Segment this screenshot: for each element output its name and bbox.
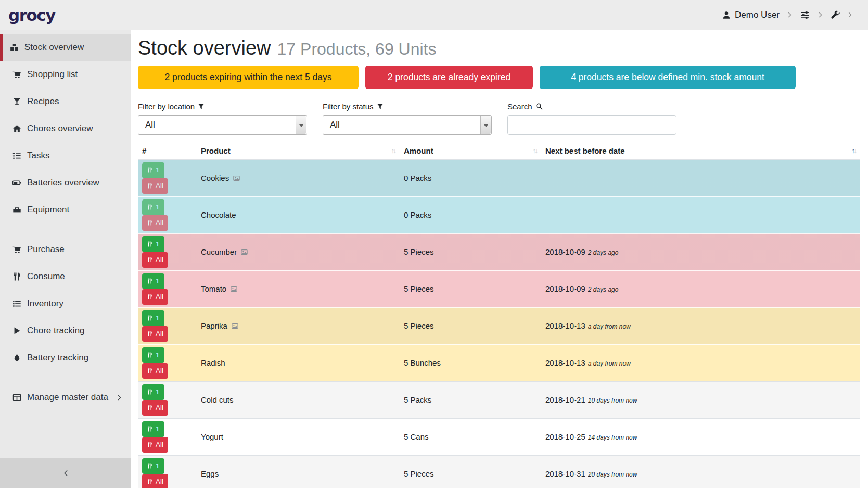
consume-all-button[interactable]: All: [142, 178, 168, 194]
consume-one-button[interactable]: 1: [142, 162, 164, 178]
consume-one-label: 1: [156, 277, 160, 285]
sidebar-item-recipes[interactable]: Recipes: [0, 88, 131, 115]
actions-cell: 1All: [138, 270, 197, 307]
product-name[interactable]: Cucumber: [201, 247, 237, 256]
date-cell: 2018-10-2110 days from now: [541, 381, 860, 418]
sort-icon[interactable]: ↑↓: [391, 147, 397, 155]
product-name[interactable]: Eggs: [201, 469, 219, 478]
sidebar-item-batteries-overview[interactable]: Batteries overview: [0, 169, 131, 196]
sidebar-item-chores-overview[interactable]: Chores overview: [0, 115, 131, 142]
admin-menu[interactable]: [831, 10, 840, 20]
sidebar-collapse-button[interactable]: [0, 458, 131, 488]
location-select[interactable]: All: [138, 115, 307, 135]
image-icon[interactable]: [233, 174, 240, 182]
product-name[interactable]: Chocolate: [201, 210, 236, 219]
utensils-icon: [147, 367, 153, 374]
consume-all-button[interactable]: All: [142, 363, 168, 379]
search-group: Search: [507, 102, 676, 135]
product-cell: Paprika: [197, 307, 400, 344]
sidebar-item-shopping-list[interactable]: Shopping list: [0, 61, 131, 88]
sidebar-item-label: Chore tracking: [27, 326, 85, 336]
product-name[interactable]: Yogurt: [201, 432, 223, 441]
cart-icon: [11, 245, 22, 254]
amount-value: 5 Cans: [404, 432, 429, 441]
product-name[interactable]: Cookies: [201, 173, 229, 182]
product-name[interactable]: Paprika: [201, 321, 227, 330]
chevron-right-icon: [847, 11, 853, 18]
sort-icon[interactable]: ↑↓: [852, 147, 858, 155]
table-row: 1AllCucumber5 Pieces2018-10-092 days ago: [138, 233, 860, 270]
sidebar-item-consume[interactable]: Consume: [0, 263, 131, 290]
consume-all-label: All: [156, 293, 163, 301]
utensils-icon: [147, 278, 153, 284]
consume-all-button[interactable]: All: [142, 252, 168, 268]
sidebar-item-label: Stock overview: [24, 42, 84, 53]
product-name[interactable]: Cold cuts: [201, 395, 234, 404]
sidebar-item-stock-overview[interactable]: Stock overview: [0, 34, 131, 61]
consume-one-button[interactable]: 1: [142, 347, 164, 363]
alert-warning-button[interactable]: 2 products expiring within the next 5 da…: [138, 66, 359, 89]
product-name[interactable]: Radish: [201, 358, 225, 367]
image-icon[interactable]: [240, 248, 248, 256]
consume-one-button[interactable]: 1: [142, 236, 164, 252]
utensils-icon: [147, 330, 153, 337]
sidebar-item-tasks[interactable]: Tasks: [0, 142, 131, 169]
alert-danger-button[interactable]: 2 products are already expired: [365, 66, 533, 89]
user-menu[interactable]: Demo User: [722, 10, 780, 20]
sidebar-item-label: Shopping list: [27, 69, 78, 80]
product-name[interactable]: Tomato: [201, 284, 226, 293]
image-icon[interactable]: [231, 322, 239, 330]
consume-all-button[interactable]: All: [142, 326, 168, 342]
column-header-date[interactable]: Next best before date ↑↓: [541, 143, 860, 159]
table-row: 1AllEggs5 Pieces2018-10-3120 days from n…: [138, 455, 860, 488]
consume-all-button[interactable]: All: [142, 289, 168, 305]
column-header-amount[interactable]: Amount ↑↓: [400, 143, 541, 159]
status-select-value: All: [330, 120, 340, 130]
amount-cell: 5 Pieces: [400, 270, 541, 307]
consume-one-label: 1: [156, 425, 160, 433]
status-select[interactable]: All: [323, 115, 492, 135]
settings-menu[interactable]: [800, 10, 810, 20]
consume-all-button[interactable]: All: [142, 400, 168, 416]
sidebar-item-battery-tracking[interactable]: Battery tracking: [0, 344, 131, 371]
alerts-row: 2 products expiring within the next 5 da…: [138, 66, 860, 89]
app-logo[interactable]: grocy: [8, 6, 55, 24]
amount-cell: 5 Pieces: [400, 233, 541, 270]
consume-all-button[interactable]: All: [142, 215, 168, 231]
sort-icon[interactable]: ↑↓: [533, 147, 539, 155]
product-cell: Radish: [197, 344, 400, 381]
column-header-actions: #: [138, 143, 197, 159]
column-label: Next best before date: [545, 146, 625, 155]
consume-all-button[interactable]: All: [142, 437, 168, 453]
consume-one-button[interactable]: 1: [142, 273, 164, 289]
image-icon[interactable]: [230, 285, 238, 293]
filter-icon: [377, 103, 384, 110]
best-before-date: 2018-10-13: [545, 358, 585, 367]
actions-cell: 1All: [138, 196, 197, 233]
consume-all-button[interactable]: All: [142, 474, 168, 488]
column-header-product[interactable]: Product ↑↓: [197, 143, 400, 159]
product-cell: Chocolate: [197, 196, 400, 233]
utensils-icon: [147, 404, 153, 411]
sidebar-item-purchase[interactable]: Purchase: [0, 236, 131, 263]
sidebar-item-inventory[interactable]: Inventory: [0, 290, 131, 317]
consume-one-button[interactable]: 1: [142, 421, 164, 437]
stock-table-body: 1AllCookies0 Packs1AllChocolate0 Packs1A…: [138, 159, 860, 488]
product-cell: Cold cuts: [197, 381, 400, 418]
sidebar-item-chore-tracking[interactable]: Chore tracking: [0, 317, 131, 344]
best-before-relative: 10 days from now: [588, 397, 637, 404]
toolbox-icon: [11, 205, 22, 215]
alert-info-button[interactable]: 4 products are below defined min. stock …: [540, 66, 796, 89]
sidebar-item-label: Batteries overview: [27, 178, 99, 188]
consume-one-button[interactable]: 1: [142, 384, 164, 400]
consume-all-label: All: [156, 478, 163, 485]
main-content: Stock overview 17 Products, 69 Units 2 p…: [131, 30, 868, 488]
sidebar-item-manage-master-data[interactable]: Manage master data: [0, 384, 131, 411]
tasks-icon: [11, 151, 22, 160]
sidebar-item-equipment[interactable]: Equipment: [0, 196, 131, 223]
consume-one-button[interactable]: 1: [142, 458, 164, 474]
consume-all-label: All: [156, 404, 163, 411]
consume-one-button[interactable]: 1: [142, 310, 164, 326]
search-input[interactable]: [507, 115, 676, 135]
consume-one-button[interactable]: 1: [142, 199, 164, 215]
